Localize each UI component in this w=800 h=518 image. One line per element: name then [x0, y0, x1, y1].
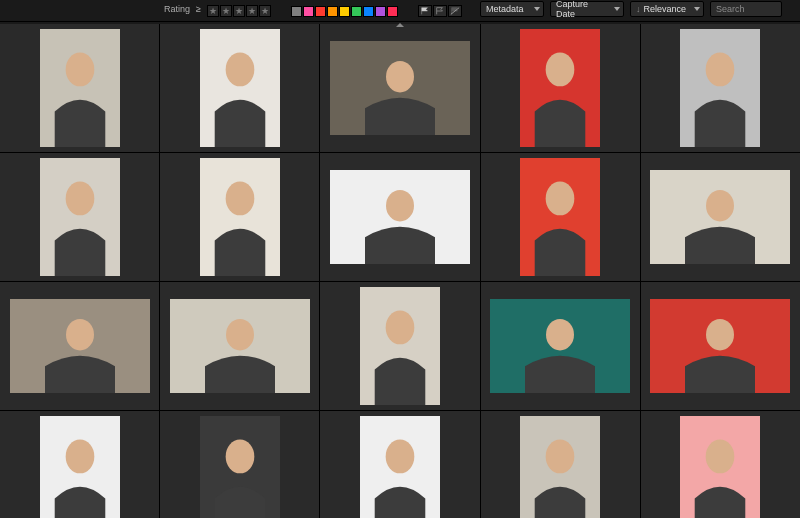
thumbnail-cell[interactable]: [481, 24, 640, 152]
svg-point-35: [386, 440, 415, 474]
sort-direction-icon: ↓: [636, 4, 641, 14]
thumbnail-image: [330, 170, 470, 264]
svg-point-7: [546, 53, 575, 87]
color-swatch-6[interactable]: [363, 6, 374, 17]
svg-point-15: [386, 190, 414, 222]
svg-point-1: [65, 53, 94, 87]
thumbnail-image: [200, 158, 280, 276]
thumbnail-image: [520, 158, 600, 276]
thumbnail-cell[interactable]: [0, 24, 159, 152]
thumbnail-cell[interactable]: [160, 282, 319, 410]
sort-by-value: Relevance: [643, 4, 686, 14]
svg-point-29: [706, 319, 734, 351]
thumbnail-image: [200, 29, 280, 147]
thumbnail-cell[interactable]: [320, 411, 479, 518]
svg-point-25: [386, 311, 415, 345]
flag-pick-button[interactable]: [418, 5, 432, 17]
thumbnail-cell[interactable]: [641, 411, 800, 518]
thumbnail-image: [650, 299, 790, 393]
color-swatch-7[interactable]: [375, 6, 386, 17]
chevron-down-icon: [694, 7, 700, 11]
toolbar-collapse-handle[interactable]: [386, 22, 414, 28]
thumbnail-image: [650, 170, 790, 264]
thumbnail-image: [360, 416, 440, 518]
capture-date-dropdown-label: Capture Date: [556, 0, 609, 19]
thumbnail-cell[interactable]: [160, 24, 319, 152]
chevron-down-icon: [534, 7, 540, 11]
thumbnail-cell[interactable]: [641, 24, 800, 152]
thumbnail-cell[interactable]: [160, 411, 319, 518]
rating-star-5[interactable]: ★: [259, 5, 271, 17]
thumbnail-cell[interactable]: [320, 24, 479, 152]
svg-point-5: [386, 61, 414, 93]
rating-star-group: ★ ★ ★ ★ ★: [207, 5, 271, 17]
svg-point-33: [225, 440, 254, 474]
svg-point-27: [546, 319, 574, 351]
thumbnail-grid-viewport[interactable]: [0, 24, 800, 518]
thumbnail-image: [200, 416, 280, 518]
thumbnail-cell[interactable]: [160, 153, 319, 281]
thumbnail-image: [520, 29, 600, 147]
search-input[interactable]: [710, 1, 782, 17]
thumbnail-image: [10, 299, 150, 393]
thumbnail-cell[interactable]: [320, 282, 479, 410]
svg-point-9: [706, 53, 735, 87]
thumbnail-image: [520, 416, 600, 518]
color-swatch-4[interactable]: [339, 6, 350, 17]
color-swatch-8[interactable]: [387, 6, 398, 17]
svg-point-37: [546, 440, 575, 474]
svg-point-23: [226, 319, 254, 351]
color-swatch-0[interactable]: [291, 6, 302, 17]
svg-point-17: [546, 182, 575, 216]
color-swatch-5[interactable]: [351, 6, 362, 17]
metadata-dropdown-label: Metadata: [486, 4, 524, 14]
flag-reject-button[interactable]: [448, 5, 462, 17]
rating-operator[interactable]: ≥: [196, 4, 201, 17]
chevron-up-icon: [396, 23, 404, 27]
thumbnail-image: [680, 416, 760, 518]
thumbnail-image: [40, 416, 120, 518]
thumbnail-image: [680, 29, 760, 147]
filter-toolbar: Rating ≥ ★ ★ ★ ★ ★ Metadata Capture Date…: [0, 0, 800, 22]
color-swatch-1[interactable]: [303, 6, 314, 17]
thumbnail-cell[interactable]: [641, 153, 800, 281]
thumbnail-image: [360, 287, 440, 405]
svg-point-13: [225, 182, 254, 216]
thumbnail-image: [40, 158, 120, 276]
color-label-swatches: [291, 6, 398, 17]
sort-by-group: Sort By ↓ Relevance: [630, 0, 704, 17]
thumbnail-cell[interactable]: [481, 411, 640, 518]
svg-point-19: [706, 190, 734, 222]
flag-unflagged-button[interactable]: [433, 5, 447, 17]
thumbnail-image: [170, 299, 310, 393]
thumbnail-grid: [0, 24, 800, 518]
thumbnail-image: [490, 299, 630, 393]
color-swatch-3[interactable]: [327, 6, 338, 17]
thumbnail-cell[interactable]: [320, 153, 479, 281]
capture-date-dropdown[interactable]: Capture Date: [550, 1, 624, 17]
rating-star-3[interactable]: ★: [233, 5, 245, 17]
thumbnail-image: [40, 29, 120, 147]
svg-point-39: [706, 440, 735, 474]
rating-label: Rating: [164, 4, 190, 17]
chevron-down-icon: [614, 7, 620, 11]
rating-star-2[interactable]: ★: [220, 5, 232, 17]
svg-point-11: [65, 182, 94, 216]
flag-filter-group: [418, 5, 462, 17]
thumbnail-image: [330, 41, 470, 135]
sort-by-dropdown[interactable]: ↓ Relevance: [630, 1, 704, 17]
rating-star-1[interactable]: ★: [207, 5, 219, 17]
thumbnail-cell[interactable]: [641, 282, 800, 410]
thumbnail-cell[interactable]: [0, 411, 159, 518]
thumbnail-cell[interactable]: [481, 153, 640, 281]
metadata-dropdown[interactable]: Metadata: [480, 1, 544, 17]
rating-star-4[interactable]: ★: [246, 5, 258, 17]
thumbnail-cell[interactable]: [481, 282, 640, 410]
color-swatch-2[interactable]: [315, 6, 326, 17]
svg-point-31: [65, 440, 94, 474]
thumbnail-cell[interactable]: [0, 153, 159, 281]
svg-point-21: [66, 319, 94, 351]
svg-point-3: [225, 53, 254, 87]
thumbnail-cell[interactable]: [0, 282, 159, 410]
